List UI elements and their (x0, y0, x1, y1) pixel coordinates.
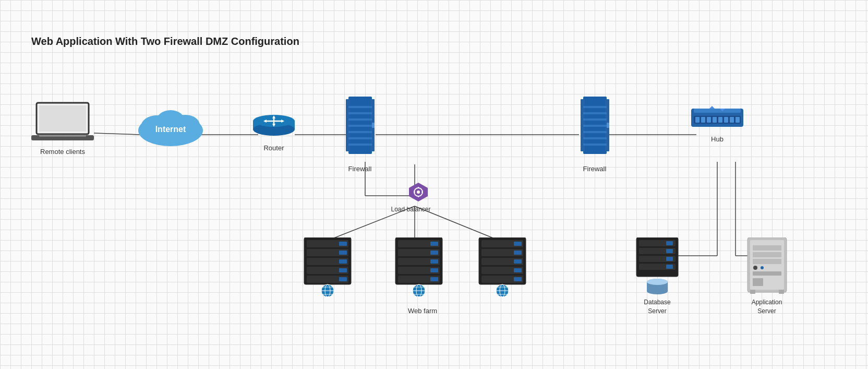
svg-rect-18 (39, 135, 86, 137)
firewall2-icon (581, 97, 609, 162)
web-farm-label: Web farm (391, 307, 454, 315)
svg-rect-38 (348, 112, 372, 114)
firewall1-node: Firewall (342, 97, 378, 173)
svg-rect-144 (753, 252, 781, 257)
svg-rect-125 (736, 117, 740, 123)
svg-rect-107 (583, 106, 607, 108)
application-server-node: ApplicationServer (738, 237, 795, 316)
load-balancer-icon (407, 182, 430, 203)
svg-rect-79 (430, 268, 438, 272)
svg-rect-124 (730, 117, 734, 123)
hub-label: Hub (689, 135, 746, 143)
svg-rect-94 (514, 251, 522, 255)
svg-rect-44 (372, 123, 375, 128)
svg-rect-16 (39, 105, 86, 132)
svg-rect-121 (713, 117, 717, 123)
svg-point-47 (417, 191, 420, 194)
firewall1-icon (346, 97, 375, 162)
svg-rect-133 (666, 241, 673, 245)
svg-rect-97 (514, 277, 522, 281)
svg-rect-96 (514, 268, 522, 272)
svg-text:Internet: Internet (155, 125, 186, 134)
svg-rect-134 (666, 249, 673, 253)
svg-rect-120 (707, 117, 711, 123)
app-server-icon (742, 237, 792, 295)
svg-rect-37 (348, 106, 372, 108)
svg-rect-150 (750, 290, 755, 294)
svg-rect-122 (718, 117, 722, 123)
svg-rect-109 (583, 118, 607, 121)
svg-rect-61 (339, 259, 347, 264)
application-server-label: ApplicationServer (738, 298, 795, 316)
svg-rect-60 (339, 251, 347, 255)
web-server2-icon (393, 237, 445, 297)
svg-marker-126 (709, 106, 715, 109)
router-icon (250, 110, 297, 141)
firewall1-label: Firewall (342, 165, 378, 173)
svg-rect-143 (753, 245, 781, 251)
remote-clients-label: Remote clients (29, 148, 97, 156)
svg-rect-148 (753, 271, 781, 276)
database-server-icon (634, 237, 681, 295)
database-server-node: DatabaseServer (631, 237, 683, 316)
firewall2-node: Firewall (576, 97, 613, 173)
svg-rect-42 (348, 137, 372, 139)
firewall2-label: Firewall (576, 165, 613, 173)
web-server1-icon (302, 237, 354, 297)
svg-rect-78 (430, 259, 438, 264)
svg-rect-110 (583, 125, 607, 127)
svg-rect-145 (753, 259, 781, 264)
router-node: Router (250, 110, 297, 152)
svg-rect-43 (348, 144, 372, 146)
remote-clients-node: Remote clients (29, 102, 97, 156)
svg-rect-41 (348, 131, 372, 133)
svg-point-139 (647, 288, 668, 294)
svg-rect-123 (724, 117, 728, 123)
web-server3-node (472, 237, 532, 300)
internet-node: Internet (133, 102, 209, 151)
svg-rect-95 (514, 259, 522, 264)
diagram-title: Web Application With Two Firewall DMZ Co… (31, 35, 299, 47)
hub-node: Hub (689, 103, 746, 143)
svg-rect-62 (339, 268, 347, 272)
laptop-icon (31, 102, 94, 144)
svg-rect-108 (583, 112, 607, 114)
cloud-icon: Internet (133, 102, 209, 149)
router-label: Router (250, 144, 297, 152)
svg-rect-40 (348, 125, 372, 127)
database-server-label: DatabaseServer (631, 298, 683, 316)
svg-rect-116 (694, 109, 741, 113)
svg-rect-118 (695, 117, 700, 123)
svg-rect-39 (348, 118, 372, 121)
svg-rect-76 (430, 242, 438, 246)
load-balancer-node: Load balancer (404, 182, 433, 213)
svg-rect-114 (607, 123, 609, 128)
svg-rect-113 (583, 144, 607, 146)
svg-rect-59 (339, 242, 347, 246)
load-balancer-label: Load balancer (389, 206, 433, 213)
web-server3-icon (476, 237, 528, 297)
svg-rect-93 (514, 242, 522, 246)
web-server2-node (389, 237, 449, 300)
svg-rect-63 (339, 277, 347, 281)
svg-rect-77 (430, 251, 438, 255)
svg-rect-136 (666, 265, 673, 269)
svg-rect-112 (583, 137, 607, 139)
diagram-canvas: Web Application With Two Firewall DMZ Co… (0, 0, 868, 369)
svg-rect-151 (779, 290, 784, 294)
svg-point-147 (761, 266, 764, 269)
svg-point-140 (647, 279, 668, 285)
svg-rect-111 (583, 131, 607, 133)
svg-rect-119 (701, 117, 705, 123)
svg-rect-135 (666, 257, 673, 261)
svg-rect-149 (753, 278, 763, 286)
svg-point-146 (753, 266, 757, 270)
svg-rect-80 (430, 277, 438, 281)
hub-icon (691, 103, 743, 132)
web-server1-node (297, 237, 357, 300)
